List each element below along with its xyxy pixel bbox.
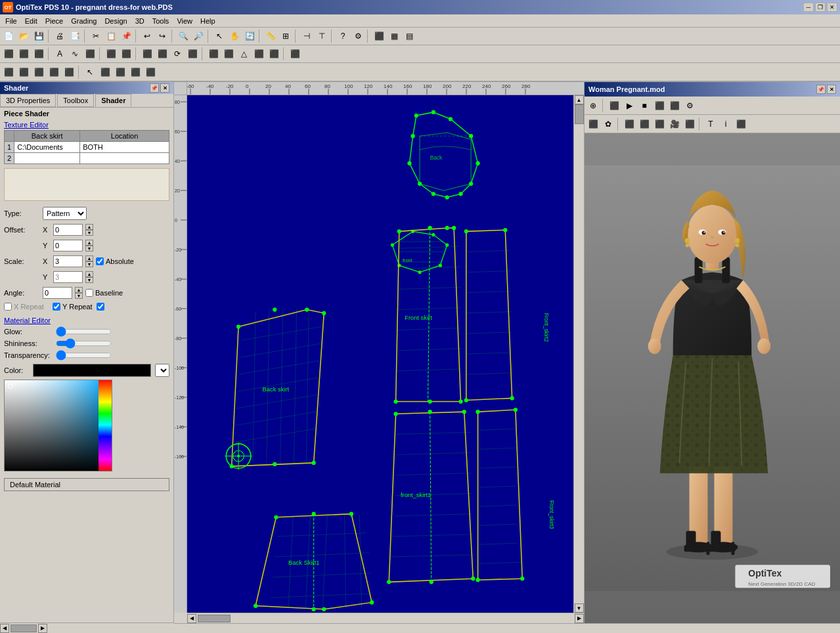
row1-texture[interactable]: C:\Documents xyxy=(14,142,80,153)
y-repeat-extra-checkbox[interactable] xyxy=(97,303,104,311)
tb-paste[interactable]: 📌 xyxy=(119,29,133,43)
panel-close-btn[interactable]: ✕ xyxy=(160,83,169,93)
glow-slider[interactable] xyxy=(56,327,112,336)
tb2-11[interactable]: ⟳ xyxy=(170,47,185,61)
3d-tb-transform[interactable]: ⊕ xyxy=(586,98,600,113)
tb-open[interactable]: 📂 xyxy=(16,29,31,43)
menu-item-design[interactable]: Design xyxy=(100,16,131,26)
tb-save[interactable]: 💾 xyxy=(32,29,46,43)
tb3-10[interactable]: ⬛ xyxy=(143,65,158,79)
right-panel-close[interactable]: ✕ xyxy=(827,85,836,94)
tb3-6[interactable]: ↖ xyxy=(83,65,97,79)
scale-x-input[interactable] xyxy=(53,255,83,267)
angle-down[interactable]: ▼ xyxy=(75,293,83,299)
3d-tb-info[interactable]: i xyxy=(718,117,733,131)
angle-up[interactable]: ▲ xyxy=(75,287,83,293)
row2-texture[interactable] xyxy=(14,153,80,164)
right-panel-pin[interactable]: 📌 xyxy=(816,85,826,94)
vscroll-down[interactable]: ▼ xyxy=(575,603,584,613)
tb3-4[interactable]: ⬛ xyxy=(47,65,61,79)
tb-measure[interactable]: 📏 xyxy=(263,29,278,43)
tb-align[interactable]: ⊣ xyxy=(299,29,314,43)
scale-y-input[interactable] xyxy=(53,271,83,283)
tb2-9[interactable]: ⬛ xyxy=(140,47,154,61)
transparency-slider[interactable] xyxy=(56,351,112,360)
vscroll-thumb[interactable] xyxy=(575,104,584,124)
row1-location[interactable]: BOTH xyxy=(80,142,169,153)
row2-location[interactable] xyxy=(80,153,169,164)
tb2-7[interactable]: ⬛ xyxy=(104,47,118,61)
offset-x-input[interactable] xyxy=(53,224,83,236)
y-repeat-label[interactable]: Y Repeat xyxy=(53,303,93,311)
panel-pin-btn[interactable]: 📌 xyxy=(150,83,159,93)
tb3-1[interactable]: ⬛ xyxy=(1,65,16,79)
y-repeat-checkbox[interactable] xyxy=(53,303,60,311)
tb-new[interactable]: 📄 xyxy=(1,29,16,43)
3d-viewport[interactable]: OptiTex Next Generation 3D/2D CAD xyxy=(585,133,840,623)
3d-tb-r5[interactable]: ⬛ xyxy=(652,117,667,131)
shininess-slider[interactable] xyxy=(56,339,112,348)
baseline-checkbox[interactable] xyxy=(85,289,93,297)
tb-rotate[interactable]: 🔄 xyxy=(242,29,257,43)
tb2-2[interactable]: ⬛ xyxy=(16,47,31,61)
color-hue-strip[interactable] xyxy=(99,380,112,471)
3d-tb-play[interactable]: ▶ xyxy=(622,98,636,113)
absolute-checkbox[interactable] xyxy=(96,257,104,265)
canvas-vscroll[interactable]: ▲ ▼ xyxy=(573,95,584,613)
minimize-button[interactable]: ─ xyxy=(803,3,814,12)
tb-grid[interactable]: ⊞ xyxy=(278,29,293,43)
color-select-box[interactable] xyxy=(33,364,151,377)
tb2-8[interactable]: ⬛ xyxy=(119,47,133,61)
tb3-8[interactable]: ⬛ xyxy=(113,65,127,79)
absolute-label[interactable]: Absolute xyxy=(96,257,134,265)
tb2-6[interactable]: ⬛ xyxy=(83,47,97,61)
canvas-hscroll[interactable]: ◀ ▶ xyxy=(187,613,584,623)
tb-undo[interactable]: ↩ xyxy=(140,29,154,43)
tb2-12[interactable]: ⬛ xyxy=(185,47,200,61)
3d-tb-r3[interactable]: ⬛ xyxy=(622,117,636,131)
tb-distribute[interactable]: ⊤ xyxy=(315,29,329,43)
3d-tb-loop[interactable]: ⬛ xyxy=(667,98,682,113)
color-gradient-picker[interactable] xyxy=(4,380,112,471)
menu-item-edit[interactable]: Edit xyxy=(21,16,41,26)
menu-item-help[interactable]: Help xyxy=(196,16,219,26)
tb-cut[interactable]: ✂ xyxy=(89,29,103,43)
tb-more1[interactable]: ⬛ xyxy=(372,29,386,43)
tb3-9[interactable]: ⬛ xyxy=(128,65,143,79)
3d-tb-view[interactable]: ⬛ xyxy=(607,98,621,113)
3d-tb-r7[interactable]: ⬛ xyxy=(682,117,697,131)
tb2-13[interactable]: ⬛ xyxy=(206,47,221,61)
tab-3d-properties[interactable]: 3D Properties xyxy=(0,94,56,107)
offset-y-input[interactable] xyxy=(53,240,83,251)
tb2-14[interactable]: ⬛ xyxy=(221,47,236,61)
3d-tb-r4[interactable]: ⬛ xyxy=(637,117,652,131)
3d-tb-r6[interactable]: 🎥 xyxy=(667,117,682,131)
color-dropdown[interactable] xyxy=(155,364,169,377)
tb-zoom-in[interactable]: 🔍 xyxy=(176,29,190,43)
offset-y-down[interactable]: ▼ xyxy=(85,246,93,251)
3d-tb-stop[interactable]: ■ xyxy=(637,98,652,113)
angle-input[interactable] xyxy=(43,287,72,299)
tb-print[interactable]: 🖨 xyxy=(53,29,67,43)
texture-editor-link[interactable]: Texture Editor xyxy=(0,120,173,130)
3d-tb-r1[interactable]: ⬛ xyxy=(586,117,600,131)
3d-tb-text[interactable]: T xyxy=(703,117,718,131)
tb3-2[interactable]: ⬛ xyxy=(16,65,31,79)
scale-x-down[interactable]: ▼ xyxy=(85,261,93,267)
3d-tb-rec[interactable]: ⬛ xyxy=(652,98,667,113)
tb2-4[interactable]: A xyxy=(53,47,67,61)
panel-hscroll[interactable]: ◀ ▶ xyxy=(0,622,174,623)
tb3-5[interactable]: ⬛ xyxy=(62,65,76,79)
tab-toolbox[interactable]: Toolbox xyxy=(57,94,94,107)
restore-button[interactable]: ❐ xyxy=(815,3,826,12)
tb-print2[interactable]: 📑 xyxy=(68,29,82,43)
menu-item-view[interactable]: View xyxy=(173,16,196,26)
offset-y-up[interactable]: ▲ xyxy=(85,240,93,246)
scale-y-down[interactable]: ▼ xyxy=(85,277,93,283)
material-editor-link[interactable]: Material Editor xyxy=(0,315,173,326)
tb2-17[interactable]: ⬛ xyxy=(267,47,281,61)
tb-tools[interactable]: ⚙ xyxy=(351,29,365,43)
tb2-15[interactable]: △ xyxy=(236,47,251,61)
x-repeat-label[interactable]: X Repeat xyxy=(4,303,50,311)
menu-item-tools[interactable]: Tools xyxy=(148,16,173,26)
